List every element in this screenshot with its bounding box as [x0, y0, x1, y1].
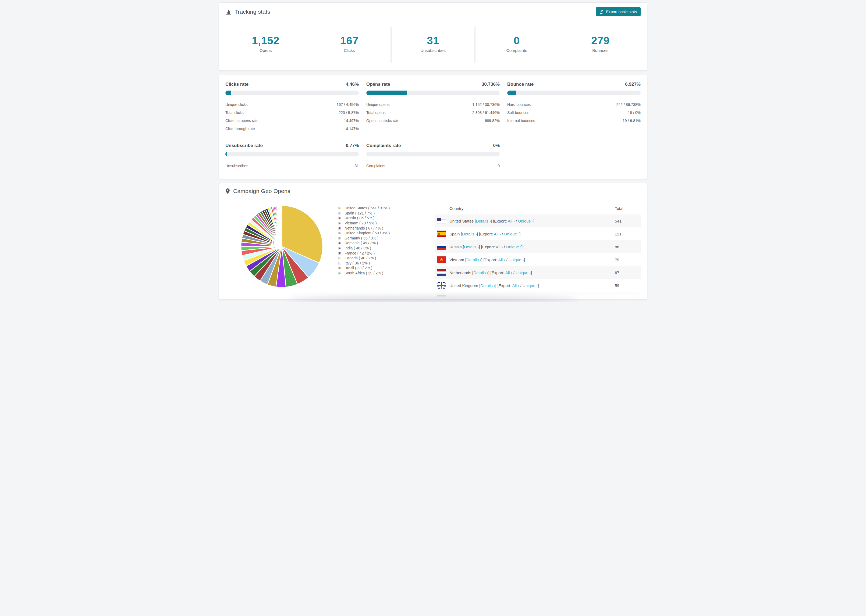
progress-fill: [225, 91, 231, 95]
country-row-text: Vietnam [Details ›] [Export: All › / Uni…: [449, 258, 525, 262]
table-header-total: Total: [611, 203, 641, 214]
export-all-link[interactable]: All ›: [508, 219, 515, 223]
country-cell-td: United States [Details ›] [Export: All ›…: [435, 214, 611, 227]
progress-bar: [507, 91, 641, 95]
rate-row-label: Unique opens: [366, 102, 389, 107]
rate-row-label: Total clicks: [225, 110, 244, 115]
export-all-link[interactable]: All ›: [512, 283, 519, 288]
rate-row: Clicks to opens rate14.497%: [225, 117, 359, 125]
rate-row-label: Unsubscribes: [225, 164, 248, 168]
vn-flag-icon: [437, 256, 446, 263]
geo-table-row: Netherlands [Details ›] [Export: All › /…: [435, 266, 641, 279]
geo-pie-legend: United States ( 541 / 31% )Spain ( 121 /…: [339, 203, 435, 300]
export-all-link[interactable]: All ›: [498, 258, 505, 262]
geo-table-row: United States [Details ›] [Export: All ›…: [435, 214, 641, 227]
tracking-stats-header: Tracking stats Export basic stats: [219, 3, 647, 21]
legend-label: Italy ( 36 / 2% ): [345, 261, 370, 265]
details-link[interactable]: Details ›: [480, 283, 495, 288]
export-unique-link[interactable]: Unique ›: [516, 270, 531, 275]
legend-label: France ( 42 / 2% ): [345, 251, 375, 255]
geo-table-row: United Kingdom [Details ›] [Export: All …: [435, 279, 641, 292]
legend-label: India ( 46 / 3% ): [345, 246, 371, 250]
legend-label: South Africa ( 29 / 2% ): [345, 271, 383, 275]
rate-row-value: 1,152 / 30.736%: [472, 102, 500, 107]
export-icon: [600, 10, 604, 14]
legend-swatch: [339, 237, 341, 239]
rate-row-value: 0: [498, 164, 500, 168]
legend-swatch: [339, 242, 341, 244]
total-cell: 67: [611, 266, 641, 279]
geo-body: United States ( 541 / 31% )Spain ( 121 /…: [219, 199, 647, 300]
details-link[interactable]: Details ›: [476, 219, 491, 223]
rate-row-leader: [261, 121, 341, 121]
rate-row-leader: [538, 121, 620, 121]
progress-bar: [225, 91, 359, 95]
export-unique-link[interactable]: Unique ›: [506, 245, 521, 249]
progress-bar: [225, 152, 359, 156]
rate-row: Hard bounces242 / 86.738%: [507, 101, 641, 108]
export-all-link[interactable]: All ›: [496, 245, 503, 249]
details-link[interactable]: Details ›: [466, 258, 481, 262]
export-unique-link[interactable]: Unique ›: [518, 219, 533, 223]
rate-card-header: Bounce rate6.927%: [507, 82, 641, 87]
export-all-link[interactable]: All ›: [505, 270, 512, 275]
map-pin-icon: [225, 188, 230, 194]
legend-label: Vietnam ( 79 / 5% ): [345, 221, 377, 225]
country-cell: United States [Details ›] [Export: All ›…: [435, 214, 611, 227]
country-cell: Netherlands [Details ›] [Export: All › /…: [435, 266, 611, 279]
rate-row-label: Clicks to opens rate: [225, 118, 258, 123]
rate-row-value: 19 / 6.81%: [623, 118, 641, 123]
rate-title: Clicks rate: [225, 82, 249, 87]
rate-row-label: Unique clicks: [225, 102, 247, 107]
export-all-link[interactable]: All ›: [494, 232, 501, 236]
rate-row-leader: [250, 105, 334, 105]
rate-row: Complaints0: [366, 162, 500, 170]
country-name: Vietnam: [449, 258, 464, 262]
details-link[interactable]: Details ›: [473, 270, 488, 275]
rate-row-label: Complaints: [366, 164, 385, 168]
rate-card-header: Opens rate30.736%: [366, 82, 500, 87]
country-row-text: Spain [Details ›] [Export: All › / Uniqu…: [449, 232, 520, 236]
total-cell: [611, 292, 641, 300]
rate-row-value: 14.497%: [344, 118, 359, 123]
country-cell-td: Netherlands [Details ›] [Export: All › /…: [435, 266, 611, 279]
details-link[interactable]: Details ›: [462, 232, 477, 236]
rate-row-value: 4.147%: [346, 127, 359, 131]
legend-item: United States ( 541 / 31% ): [339, 206, 435, 211]
details-link[interactable]: Details ›: [464, 245, 479, 249]
summary-row: 1,152Opens167Clicks31Unsubscribes0Compla…: [224, 27, 642, 63]
legend-label: Germany ( 55 / 3% ): [345, 236, 378, 240]
legend-swatch: [339, 257, 341, 259]
export-unique-link[interactable]: Unique ›: [523, 283, 538, 288]
rate-card-header: Unsubscribe rate0.77%: [225, 143, 359, 148]
pie-slice-other-53[interactable]: [282, 206, 282, 247]
rate-row-label: Total opens: [366, 110, 386, 115]
es-flag-icon: [437, 231, 446, 237]
rate-value: 0%: [493, 143, 500, 148]
export-unique-link[interactable]: Unique ›: [509, 258, 524, 262]
legend-swatch: [339, 272, 341, 274]
rate-value: 30.736%: [482, 82, 500, 87]
country-cell: Russia [Details ›] [Export: All › / Uniq…: [435, 240, 611, 253]
rate-card-header: Complaints rate0%: [366, 143, 500, 148]
legend-swatch: [339, 212, 341, 214]
campaign-geo-opens-card: Campaign Geo Opens United States ( 541 /…: [219, 183, 647, 300]
rate-row-value: 167 / 4.456%: [337, 102, 359, 107]
rate-value: 0.77%: [346, 143, 359, 148]
export-unique-link[interactable]: Unique ›: [504, 232, 519, 236]
total-cell: 86: [611, 240, 641, 253]
summary-label: Bounces: [559, 48, 642, 53]
legend-label: Romania ( 49 / 3% ): [345, 241, 378, 245]
progress-bar: [366, 152, 500, 156]
export-basic-stats-button[interactable]: Export basic stats: [596, 7, 641, 16]
legend-swatch: [339, 217, 341, 219]
rate-row-leader: [258, 129, 343, 129]
page-bottom-shadow: [288, 297, 578, 302]
legend-item: Vietnam ( 79 / 5% ): [339, 221, 435, 226]
country-row-text: Russia [Details ›] [Export: All › / Uniq…: [449, 245, 523, 249]
rate-row-label: Hard bounces: [507, 102, 531, 107]
legend-swatch: [339, 222, 341, 225]
legend-label: Netherlands ( 67 / 4% ): [345, 226, 383, 230]
rate-value: 4.46%: [346, 82, 359, 87]
geo-opens-pie-chart[interactable]: [239, 203, 325, 290]
